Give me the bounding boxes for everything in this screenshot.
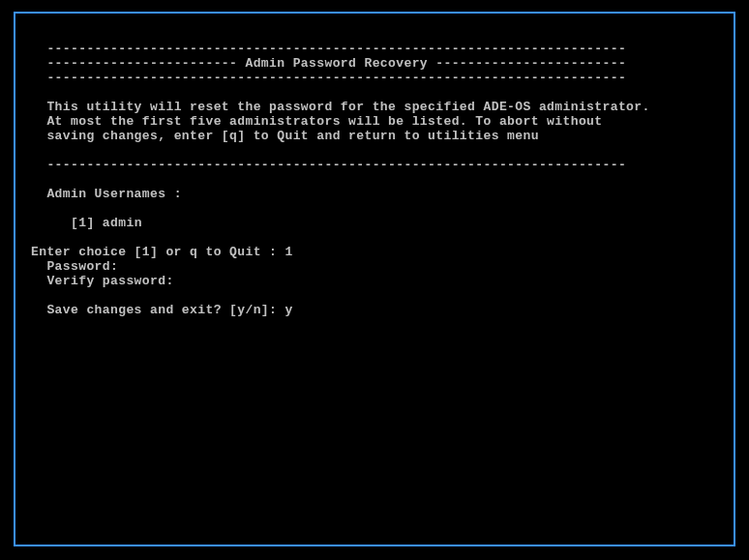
verify-password-prompt: Verify password:	[46, 274, 173, 288]
header-title: ------------------------ Admin Password …	[46, 56, 626, 71]
header-rule-top: ----------------------------------------…	[46, 42, 626, 56]
save-prompt: Save changes and exit? [y/n]:	[46, 303, 285, 317]
usernames-heading: Admin Usernames :	[46, 187, 181, 201]
desc-line-3: saving changes, enter [q] to Quit and re…	[46, 129, 538, 143]
header-rule-bottom: ----------------------------------------…	[46, 71, 626, 85]
username-entry-1: [1] admin	[71, 216, 142, 230]
save-input-value[interactable]: y	[285, 303, 292, 317]
password-prompt: Password:	[46, 259, 118, 274]
choice-prompt: Enter choice [1] or q to Quit :	[31, 245, 285, 259]
desc-line-1: This utility will reset the password for…	[46, 100, 649, 114]
desc-line-2: At most the first five administrators wi…	[46, 114, 602, 129]
separator-rule: ----------------------------------------…	[46, 158, 626, 172]
console-frame: ----------------------------------------…	[14, 12, 735, 546]
terminal-output[interactable]: ----------------------------------------…	[15, 14, 734, 331]
choice-input-value[interactable]: 1	[285, 245, 292, 259]
